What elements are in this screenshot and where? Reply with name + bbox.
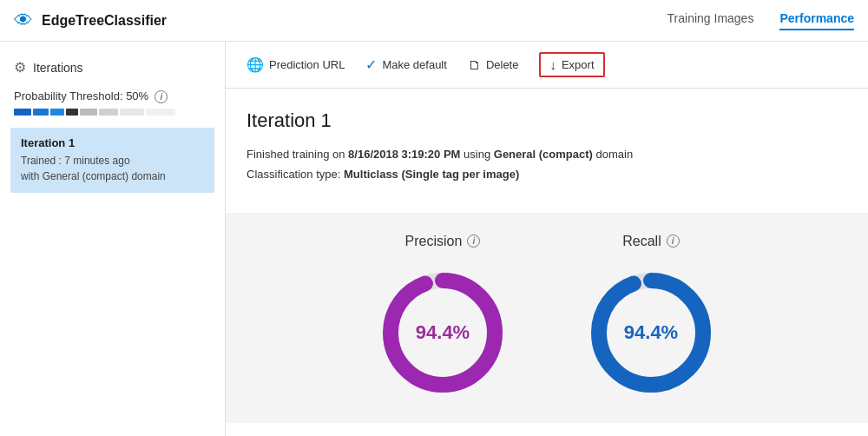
threshold-info-icon[interactable]: i <box>155 90 168 103</box>
iteration-heading: Iteration 1 <box>247 109 847 132</box>
iteration-content: Iteration 1 Finished training on 8/16/20… <box>226 89 868 199</box>
seg2 <box>33 109 49 116</box>
threshold-bar <box>14 109 211 116</box>
seg1 <box>14 109 31 116</box>
iterations-label: Iterations <box>33 61 83 75</box>
make-default-button[interactable]: ✓ Make default <box>365 53 446 76</box>
prediction-url-label: Prediction URL <box>269 58 345 71</box>
threshold-value: 50% <box>126 89 148 102</box>
iteration-item-trained: Trained : 7 minutes ago <box>21 153 204 168</box>
export-icon: ↓ <box>549 57 556 72</box>
meta-line2: Classification type: Multiclass (Single … <box>247 164 847 184</box>
iterations-section: ⚙ Iterations <box>0 52 225 83</box>
check-icon: ✓ <box>365 56 377 73</box>
meta-type: Multiclass (Single tag per image) <box>344 168 519 181</box>
recall-card: Recall i 94.4% <box>582 234 720 402</box>
seg6 <box>99 109 118 116</box>
delete-label: Delete <box>486 58 519 71</box>
iterations-icon: ⚙ <box>14 59 26 76</box>
top-nav: 👁 EdgeTreeClassifier Training Images Per… <box>0 0 868 42</box>
metrics-section: Precision i 94.4% <box>226 213 868 423</box>
delete-button[interactable]: 🗋 Delete <box>468 54 519 76</box>
nav-link-training-images[interactable]: Training Images <box>667 11 754 30</box>
iteration-item-domain: with General (compact) domain <box>21 168 204 184</box>
iteration-item[interactable]: Iteration 1 Trained : 7 minutes ago with… <box>10 128 214 193</box>
iteration-meta: Finished training on 8/16/2018 3:19:20 P… <box>247 144 847 185</box>
precision-value: 94.4% <box>416 321 470 344</box>
top-nav-links: Training Images Performance <box>667 11 854 30</box>
seg8 <box>146 109 175 116</box>
recall-label-row: Recall i <box>622 234 679 249</box>
prediction-url-button[interactable]: 🌐 Prediction URL <box>247 53 345 76</box>
precision-info-icon[interactable]: i <box>467 235 480 248</box>
seg7 <box>120 109 144 116</box>
main-layout: ⚙ Iterations Probability Threshold: 50% … <box>0 42 868 436</box>
precision-donut: 94.4% <box>373 263 512 402</box>
threshold-row: Probability Threshold: 50% i <box>0 83 225 121</box>
export-label: Export <box>562 58 595 71</box>
content-area: 🌐 Prediction URL ✓ Make default 🗋 Delete… <box>226 42 868 436</box>
app-logo-icon: 👁 <box>14 10 33 32</box>
recall-value: 94.4% <box>624 321 678 344</box>
app-title: EdgeTreeClassifier <box>42 13 667 29</box>
meta-line1: Finished training on 8/16/2018 3:19:20 P… <box>247 144 847 164</box>
iteration-item-title: Iteration 1 <box>21 136 204 149</box>
recall-donut: 94.4% <box>582 263 720 402</box>
precision-label: Precision <box>405 234 463 249</box>
precision-label-row: Precision i <box>405 234 481 249</box>
seg4 <box>66 109 78 116</box>
seg3 <box>50 109 64 116</box>
export-button[interactable]: ↓ Export <box>539 52 604 77</box>
delete-icon: 🗋 <box>468 57 481 72</box>
meta-date: 8/16/2018 3:19:20 PM <box>348 148 460 161</box>
seg5 <box>80 109 97 116</box>
recall-info-icon[interactable]: i <box>667 235 680 248</box>
threshold-label: Probability Threshold: <box>14 89 123 102</box>
nav-link-performance[interactable]: Performance <box>779 11 854 30</box>
sidebar: ⚙ Iterations Probability Threshold: 50% … <box>0 42 226 436</box>
globe-icon: 🌐 <box>247 56 264 73</box>
recall-label: Recall <box>622 234 661 249</box>
make-default-label: Make default <box>382 58 446 71</box>
meta-domain: General (compact) <box>494 148 593 161</box>
precision-card: Precision i 94.4% <box>373 234 512 402</box>
toolbar: 🌐 Prediction URL ✓ Make default 🗋 Delete… <box>226 42 868 89</box>
